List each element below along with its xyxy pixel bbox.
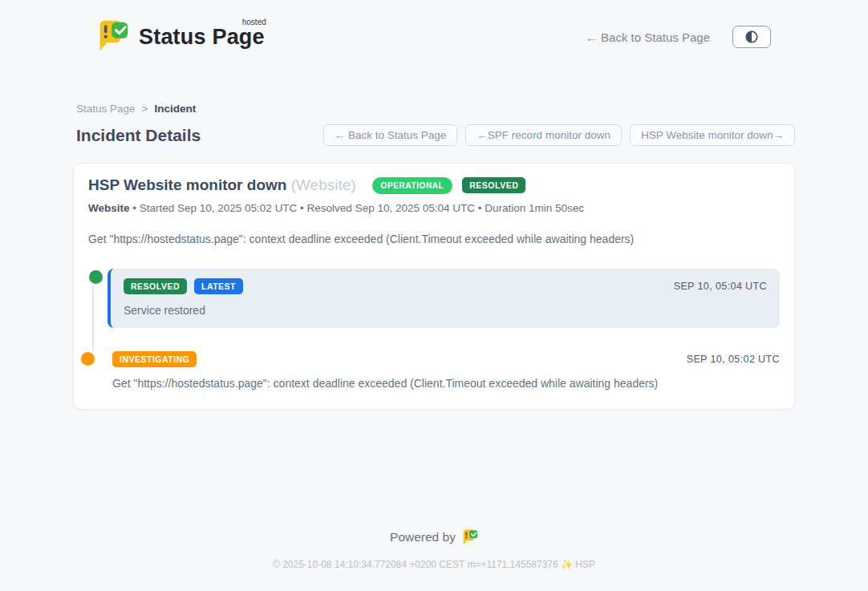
status-page-logo-icon [97, 18, 129, 55]
prev-incident-button[interactable]: ←SPF record monitor down [465, 124, 622, 146]
timeline-badge-resolved: RESOLVED [124, 278, 187, 294]
incident-nav-buttons: ← Back to Status Page ←SPF record monito… [323, 124, 795, 146]
powered-by-label: Powered by [390, 530, 456, 544]
timeline-entry-investigating: INVESTIGATING SEP 10, 05:02 UTC Get "htt… [107, 351, 780, 390]
timeline-message: Service restored [124, 304, 767, 317]
timeline-dot-resolved-icon [89, 270, 103, 284]
header-back-link[interactable]: ← Back to Status Page [586, 30, 710, 44]
main-content: Status Page > Incident Incident Details … [73, 103, 795, 410]
resolved-status-badge: RESOLVED [462, 177, 525, 193]
timeline-badge-investigating: INVESTIGATING [112, 351, 197, 367]
incident-meta-component: Website [88, 202, 130, 214]
logo-text: Status Page [139, 25, 265, 49]
timeline-message: Get "https://hostedstatus.page": context… [112, 377, 780, 390]
breadcrumb: Status Page > Incident [73, 103, 795, 115]
incident-timeline: RESOLVED LATEST SEP 10, 05:04 UTC Servic… [88, 269, 780, 390]
header: hosted Status Page ← Back to Status Page [0, 0, 868, 63]
logo-hosted-tag: hosted [242, 18, 266, 26]
breadcrumb-separator: > [142, 103, 148, 115]
timeline-badge-latest: LATEST [194, 278, 243, 294]
logo[interactable]: hosted Status Page [97, 18, 265, 55]
theme-toggle-button[interactable] [732, 26, 771, 48]
back-to-status-page-button[interactable]: ← Back to Status Page [323, 124, 458, 146]
incident-component: (Website) [291, 176, 356, 193]
incident-meta-details: • Started Sep 10, 2025 05:02 UTC • Resol… [130, 202, 585, 214]
hsp-logo-icon [462, 528, 478, 545]
incident-title: HSP Website monitor down (Website) [88, 176, 356, 194]
page-title: Incident Details [76, 126, 201, 145]
powered-by-link[interactable]: Powered by [390, 528, 478, 545]
timeline-timestamp: SEP 10, 05:02 UTC [687, 354, 780, 365]
footer: Powered by © 2025-10-08 14:10:34.772084 … [0, 528, 868, 591]
timeline-dot-investigating-icon [81, 352, 95, 366]
incident-meta: Website • Started Sep 10, 2025 05:02 UTC… [88, 202, 780, 214]
breadcrumb-current-incident: Incident [154, 103, 196, 115]
operational-status-badge: OPERATIONAL [372, 177, 453, 194]
incident-card: HSP Website monitor down (Website) OPERA… [73, 163, 795, 410]
breadcrumb-status-page-link[interactable]: Status Page [76, 103, 136, 115]
copyright-text: © 2025-10-08 14:10:34.772084 +0200 CEST … [0, 559, 868, 570]
half-circle-theme-icon [744, 30, 759, 44]
timeline-entry-resolved: RESOLVED LATEST SEP 10, 05:04 UTC Servic… [107, 269, 780, 328]
timeline-timestamp: SEP 10, 05:04 UTC [674, 281, 767, 292]
next-incident-button[interactable]: HSP Website monitor down→ [630, 124, 795, 146]
page: hosted Status Page ← Back to Status Page [0, 0, 868, 591]
incident-description: Get "https://hostedstatus.page": context… [88, 233, 780, 245]
